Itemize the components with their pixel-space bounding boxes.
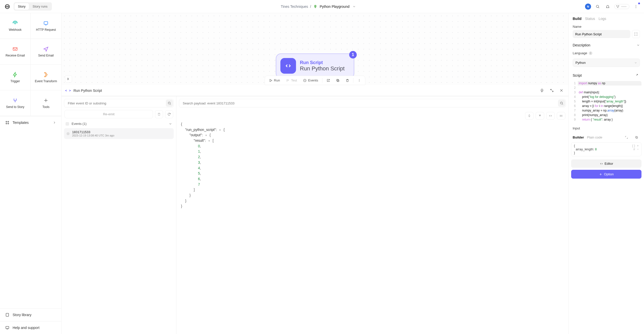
name-expand-button[interactable] <box>632 30 640 38</box>
svg-rect-25 <box>636 137 638 138</box>
svg-point-2 <box>617 5 617 6</box>
collapse-sidebar-button[interactable] <box>65 75 72 82</box>
expand-all-button[interactable] <box>536 112 544 120</box>
rail-templates[interactable]: Templates <box>0 116 61 129</box>
svg-point-1 <box>596 5 599 7</box>
events-group-header[interactable]: Events (1) <box>62 121 176 127</box>
events-button[interactable]: Events <box>300 77 321 84</box>
rail-event-transform[interactable]: Event Transform <box>31 65 62 90</box>
language-select[interactable]: Python <box>573 59 640 67</box>
payload-json[interactable]: { "run_python_script": ▾ { "output": ▾ {… <box>176 122 568 214</box>
trash-icon[interactable] <box>343 77 352 84</box>
chevron-down-icon[interactable] <box>352 5 356 8</box>
rail-tools[interactable]: Tools <box>31 90 62 116</box>
app-logo-icon[interactable] <box>5 4 10 9</box>
refresh-event-button[interactable] <box>165 110 173 118</box>
avatar[interactable]: N <box>585 4 591 10</box>
object-indicator-icon[interactable]: { } + <box>632 144 639 148</box>
plaincode-tab[interactable]: Plain code <box>587 135 602 139</box>
tok: import <box>579 81 587 85</box>
builder-tab[interactable]: Builder <box>573 135 584 139</box>
svg-point-24 <box>560 102 562 104</box>
rail-http-request[interactable]: HTTP Request <box>31 13 62 39</box>
tok: numpy <box>587 81 598 85</box>
fold-icon[interactable]: ▾ <box>208 139 210 142</box>
search-payload-input[interactable] <box>182 100 558 107</box>
test-button[interactable]: Test <box>284 77 300 84</box>
rail-label: Send Email <box>38 54 54 57</box>
open-editor-button[interactable]: Editor <box>571 159 641 168</box>
copy-input-icon[interactable] <box>633 134 640 141</box>
search-icon[interactable] <box>558 100 565 107</box>
tab-build[interactable]: Build <box>573 17 581 21</box>
script-open-icon[interactable] <box>633 72 640 79</box>
reemit-button[interactable]: Re-emit <box>65 110 153 118</box>
editor-btn-label: Editor <box>605 162 613 165</box>
event-status-dot <box>67 132 70 135</box>
checkbox[interactable] <box>66 122 69 126</box>
rail-trigger[interactable]: Trigger <box>0 65 31 90</box>
rail-story-library[interactable]: Story library <box>0 308 61 321</box>
inspector-panel: Build Status Logs Name Description <box>568 13 644 334</box>
rail-webhook[interactable]: Webhook <box>0 13 31 39</box>
canvas-toolbar: Run Test Events <box>265 76 365 85</box>
external-link-icon[interactable] <box>324 77 332 84</box>
filter-events-input-wrap <box>64 99 174 107</box>
search-icon[interactable] <box>594 3 601 10</box>
breadcrumb-parent[interactable]: Tines Techniques <box>281 5 308 9</box>
filter-events-input[interactable] <box>67 100 166 107</box>
expand-icon[interactable] <box>548 87 555 94</box>
event-item[interactable]: 1831711533 2023-12-19 13:08:40 UTC 3m ag… <box>64 128 174 139</box>
rail-help[interactable]: Help and support <box>0 321 61 334</box>
chevron-right-icon <box>53 121 56 124</box>
toolbar-more-icon[interactable] <box>355 77 363 84</box>
delete-event-button[interactable] <box>155 110 163 118</box>
tok: range(length)] <box>603 104 623 108</box>
run-button[interactable]: Run <box>266 77 283 84</box>
script-editor[interactable]: 1import numpy as np 2 3def main(input): … <box>571 81 641 122</box>
row-actions-icon[interactable]: # − <box>633 148 639 151</box>
input-label: Input <box>573 126 640 130</box>
add-option-button[interactable]: Option <box>571 170 641 179</box>
svg-point-7 <box>636 7 636 8</box>
fold-icon[interactable]: ▾ <box>219 128 221 131</box>
pin-icon[interactable] <box>539 87 546 94</box>
close-icon[interactable] <box>558 87 565 94</box>
expand-input-icon[interactable] <box>623 134 630 141</box>
copy-icon[interactable] <box>333 77 342 84</box>
more-menu-icon[interactable] <box>632 3 639 10</box>
search-icon[interactable] <box>166 100 173 107</box>
bell-icon[interactable] <box>604 3 611 10</box>
rail-send-to-story[interactable]: Send to Story <box>0 90 31 116</box>
rail-receive-email[interactable]: Receive Email <box>0 39 31 65</box>
tab-logs[interactable]: Logs <box>599 17 606 21</box>
brace: { <box>181 122 182 126</box>
breadcrumb-current[interactable]: Python Playground <box>320 5 349 9</box>
collapse-all-button[interactable] <box>525 112 534 120</box>
code-view-button[interactable] <box>546 112 555 120</box>
story-runs-tab[interactable]: Story runs <box>29 3 51 10</box>
version-control-button[interactable] <box>614 4 629 9</box>
script-label: Script <box>573 73 582 77</box>
info-icon[interactable]: i <box>589 51 592 55</box>
node-count-badge: 1 <box>349 51 357 59</box>
fold-icon[interactable]: ▾ <box>205 134 207 137</box>
story-tab[interactable]: Story <box>14 3 29 10</box>
tab-status[interactable]: Status <box>585 17 595 21</box>
breadcrumb-separator: / <box>310 5 311 9</box>
canvas-node-run-script[interactable]: Run Script Run Python Script 1 <box>276 53 354 78</box>
chevron-down-icon[interactable] <box>169 122 172 126</box>
canvas[interactable]: Run Script Run Python Script 1 Run <box>62 13 568 85</box>
json-key: "run_python_script": <box>185 128 217 132</box>
brace: { <box>224 128 225 132</box>
brace: { <box>209 133 211 137</box>
svg-point-14 <box>8 123 9 124</box>
search-payload-input-wrap <box>179 99 566 107</box>
name-input[interactable] <box>573 30 630 38</box>
layout-toggle-button[interactable] <box>557 112 565 120</box>
description-section[interactable]: Description <box>569 39 644 49</box>
top-bar: Story Story runs Tines Techniques / Pyth… <box>0 0 644 13</box>
json-value: 8 <box>595 148 597 151</box>
input-json-editor[interactable]: { { } + array_length: 8 # − } <box>571 142 641 156</box>
rail-send-email[interactable]: Send Email <box>31 39 62 65</box>
